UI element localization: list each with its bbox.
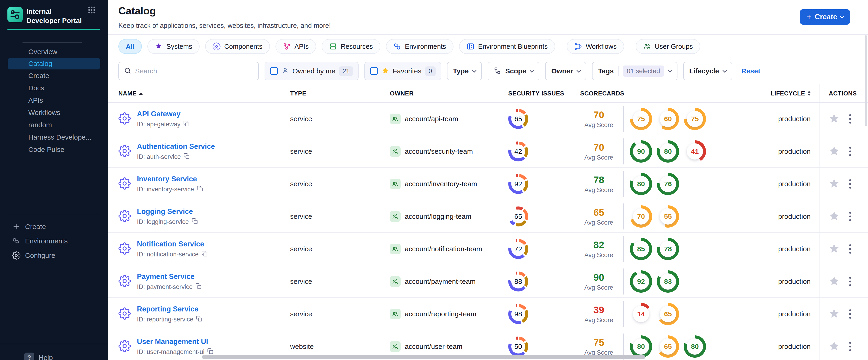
- scorecard-ring[interactable]: 78: [657, 238, 679, 260]
- favorite-star-icon[interactable]: [829, 243, 839, 255]
- tab-user-groups[interactable]: User Groups: [636, 39, 700, 54]
- entity-owner[interactable]: account/api-team: [405, 115, 458, 123]
- copy-icon[interactable]: [196, 316, 202, 323]
- scorecard-ring[interactable]: 90: [630, 140, 652, 162]
- scorecard-ring[interactable]: 14: [630, 303, 652, 325]
- tab-all[interactable]: All: [118, 39, 142, 54]
- favorites-checkbox[interactable]: [370, 67, 378, 75]
- row-menu-icon[interactable]: [848, 178, 852, 190]
- entity-name-link[interactable]: Authentication Service: [137, 142, 215, 151]
- row-menu-icon[interactable]: [848, 210, 852, 222]
- scorecard-ring[interactable]: 80: [684, 335, 706, 358]
- entity-name-link[interactable]: Reporting Service: [137, 305, 202, 313]
- sidebar-item-harness-develope-[interactable]: Harness Develope...: [0, 131, 108, 143]
- tab-systems[interactable]: Systems: [147, 39, 199, 54]
- tab-components[interactable]: Components: [205, 39, 270, 54]
- scorecard-ring[interactable]: 85: [630, 238, 652, 260]
- sidebar-item-overview[interactable]: Overview: [0, 46, 108, 58]
- table-row[interactable]: Payment Service ID: payment-service serv…: [108, 265, 868, 298]
- entity-name-link[interactable]: Notification Service: [137, 240, 208, 248]
- app-logo[interactable]: Internal Developer Portal: [7, 7, 100, 25]
- reset-filters-link[interactable]: Reset: [741, 67, 760, 75]
- scorecard-ring[interactable]: 41: [684, 140, 706, 162]
- tab-apis[interactable]: APIs: [276, 39, 316, 54]
- scorecard-ring[interactable]: 65: [657, 335, 679, 358]
- favorite-star-icon[interactable]: [829, 113, 839, 125]
- copy-icon[interactable]: [192, 218, 198, 226]
- column-header-name[interactable]: NAME: [108, 90, 290, 97]
- sidebar-item-docs[interactable]: Docs: [0, 82, 108, 94]
- owned-by-me-checkbox[interactable]: [270, 67, 278, 75]
- row-menu-icon[interactable]: [848, 275, 852, 288]
- table-row[interactable]: API Gateway ID: api-gateway service: [108, 103, 868, 135]
- favorites-filter[interactable]: Favorites 0: [364, 62, 441, 80]
- sidebar-item-catalog[interactable]: Catalog: [8, 58, 100, 69]
- row-menu-icon[interactable]: [848, 113, 852, 125]
- entity-name-link[interactable]: Inventory Service: [137, 175, 203, 183]
- favorite-star-icon[interactable]: [829, 308, 839, 320]
- column-header-type[interactable]: TYPE: [290, 90, 390, 97]
- horizontal-scrollbar[interactable]: [202, 355, 645, 359]
- scorecard-ring[interactable]: 76: [657, 173, 679, 195]
- sidebar-item-create[interactable]: Create: [0, 69, 108, 82]
- scorecard-ring[interactable]: 92: [630, 270, 652, 293]
- copy-icon[interactable]: [184, 153, 190, 161]
- copy-icon[interactable]: [202, 250, 208, 258]
- entity-owner[interactable]: account/security-team: [405, 148, 473, 155]
- entity-name-link[interactable]: API Gateway: [137, 110, 189, 118]
- favorite-star-icon[interactable]: [829, 146, 839, 157]
- favorite-star-icon[interactable]: [829, 276, 839, 287]
- owner-dropdown[interactable]: Owner: [545, 62, 586, 80]
- table-row[interactable]: Authentication Service ID: auth-service …: [108, 135, 868, 168]
- scorecard-ring[interactable]: 60: [657, 108, 679, 130]
- scorecard-ring[interactable]: 55: [657, 205, 679, 228]
- column-header-scorecards[interactable]: SCORECARDS: [580, 90, 708, 97]
- row-menu-icon[interactable]: [848, 340, 852, 353]
- copy-icon[interactable]: [195, 283, 202, 291]
- entity-name-link[interactable]: Payment Service: [137, 272, 202, 281]
- tab-workflows[interactable]: Workflows: [567, 39, 624, 54]
- lifecycle-dropdown[interactable]: Lifecycle: [683, 62, 732, 80]
- owned-by-me-filter[interactable]: Owned by me 21: [265, 62, 359, 80]
- tab-resources[interactable]: Resources: [322, 39, 380, 54]
- type-dropdown[interactable]: Type: [447, 62, 482, 80]
- vertical-scrollbar[interactable]: [865, 35, 867, 126]
- tab-environment-blueprints[interactable]: Environment Blueprints: [459, 39, 555, 54]
- copy-icon[interactable]: [207, 348, 213, 356]
- tags-dropdown[interactable]: Tags 01 selected: [592, 62, 678, 80]
- sidebar-item-random[interactable]: random: [0, 119, 108, 131]
- entity-owner[interactable]: account/inventory-team: [405, 180, 477, 188]
- table-row[interactable]: Inventory Service ID: inventory-service …: [108, 168, 868, 200]
- favorite-star-icon[interactable]: [829, 178, 839, 190]
- entity-name-link[interactable]: User Management UI: [137, 337, 213, 346]
- row-menu-icon[interactable]: [848, 308, 852, 320]
- app-switcher-icon[interactable]: [88, 6, 96, 14]
- scorecard-ring[interactable]: 80: [630, 335, 652, 358]
- scorecard-ring[interactable]: 80: [630, 173, 652, 195]
- favorite-star-icon[interactable]: [829, 341, 839, 352]
- scorecard-ring[interactable]: 75: [630, 108, 652, 130]
- column-header-owner[interactable]: OWNER: [390, 90, 508, 97]
- create-button[interactable]: + Create: [800, 9, 850, 25]
- sidebar-item-workflows[interactable]: Workflows: [0, 107, 108, 119]
- sidebar-item-help[interactable]: ? Help: [24, 353, 53, 360]
- entity-owner[interactable]: account/reporting-team: [405, 310, 476, 318]
- tab-environments[interactable]: Environments: [386, 39, 454, 54]
- entity-owner[interactable]: account/notification-team: [405, 245, 482, 253]
- favorite-star-icon[interactable]: [829, 211, 839, 222]
- sidebar-item-create[interactable]: Create: [0, 219, 108, 234]
- scope-dropdown[interactable]: Scope: [488, 62, 539, 80]
- sidebar-item-code-pulse[interactable]: Code Pulse: [0, 143, 108, 156]
- row-menu-icon[interactable]: [848, 243, 852, 255]
- scorecard-ring[interactable]: 80: [657, 140, 679, 162]
- table-row[interactable]: Reporting Service ID: reporting-service …: [108, 298, 868, 330]
- copy-icon[interactable]: [197, 186, 203, 193]
- column-header-lifecycle[interactable]: LIFECYCLE: [708, 90, 819, 97]
- scorecard-ring[interactable]: 65: [657, 303, 679, 325]
- copy-icon[interactable]: [183, 121, 189, 128]
- table-row[interactable]: Logging Service ID: logging-service serv…: [108, 200, 868, 233]
- sidebar-item-environments[interactable]: Environments: [0, 234, 108, 248]
- scorecard-ring[interactable]: 83: [657, 270, 679, 293]
- search-box[interactable]: [118, 62, 259, 80]
- table-row[interactable]: Notification Service ID: notification-se…: [108, 233, 868, 265]
